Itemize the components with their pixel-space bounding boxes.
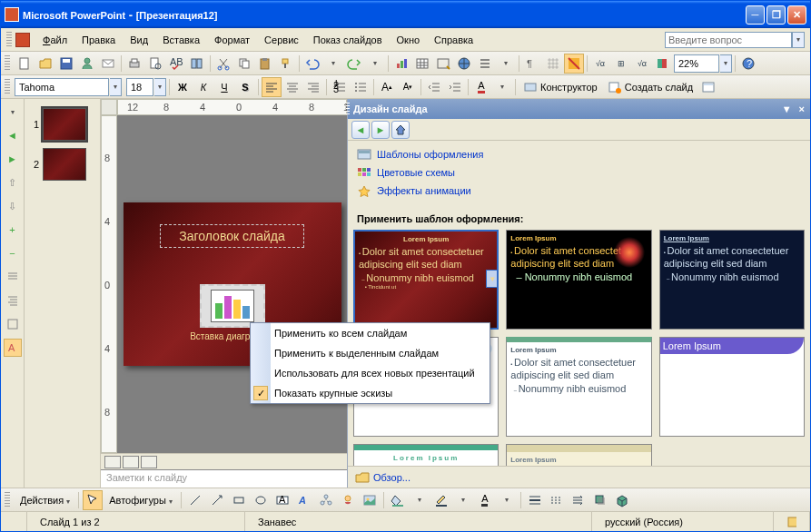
task-pane-close-button[interactable]: × <box>799 103 805 114</box>
redo-dropdown[interactable] <box>365 54 385 74</box>
rail-collapse-icon[interactable] <box>4 268 22 286</box>
wordart-icon[interactable]: A <box>294 490 314 510</box>
notes-input[interactable]: Заметки к слайду <box>101 469 347 488</box>
size-combo[interactable]: 18 <box>126 78 153 96</box>
insert-table-icon[interactable] <box>412 54 432 74</box>
link-color-schemes[interactable]: Цветовые схемы <box>357 166 801 179</box>
template-green-caps[interactable]: Lorem Ipsum <box>353 444 499 466</box>
status-language[interactable]: русский (Россия) <box>592 512 774 531</box>
help-icon[interactable]: ? <box>738 54 758 74</box>
task-forward-button[interactable]: ► <box>371 121 390 139</box>
undo-dropdown[interactable] <box>323 54 343 74</box>
ctx-apply-all[interactable]: Применить ко всем слайдам <box>251 323 490 343</box>
maximize-button[interactable]: ❐ <box>766 5 786 25</box>
format-painter-icon[interactable] <box>276 54 296 74</box>
picture-icon[interactable] <box>360 490 380 510</box>
shadow-icon[interactable]: S <box>235 77 255 97</box>
clipart-icon[interactable] <box>338 490 358 510</box>
rail-arrow-right-icon[interactable]: ► <box>4 150 22 168</box>
arrow-icon[interactable] <box>207 490 227 510</box>
align-left-icon[interactable] <box>262 77 282 97</box>
equation3-icon[interactable]: √α <box>632 54 652 74</box>
font-combo[interactable]: Tahoma <box>15 78 109 96</box>
increase-indent-icon[interactable] <box>445 77 465 97</box>
rail-expand2-icon[interactable] <box>4 291 22 310</box>
help-search-dropdown[interactable] <box>792 32 805 48</box>
equation1-icon[interactable]: √α <box>590 54 610 74</box>
color-icon[interactable] <box>564 54 584 74</box>
bullets-icon[interactable] <box>351 77 371 97</box>
rail-arrow-left-icon[interactable]: ◄ <box>4 126 22 144</box>
task-back-button[interactable]: ◄ <box>351 121 370 139</box>
redo-icon[interactable] <box>344 54 364 74</box>
menu-slideshow[interactable]: Показ слайдов <box>306 32 390 48</box>
italic-icon[interactable]: К <box>193 77 213 97</box>
cut-icon[interactable] <box>213 54 233 74</box>
line-icon[interactable] <box>185 490 205 510</box>
font-color-dropdown[interactable] <box>492 77 512 97</box>
status-spell-icon[interactable] <box>774 512 810 531</box>
template-beige[interactable]: Lorem Ipsum <box>506 444 651 466</box>
zoom-dropdown[interactable] <box>720 54 732 73</box>
rail-move-down-icon[interactable]: ⇩ <box>4 197 22 215</box>
menu-insert[interactable]: Вставка <box>155 32 207 48</box>
rail-expand-icon[interactable] <box>4 103 22 121</box>
link-animation-effects[interactable]: Эффекты анимации <box>357 184 801 197</box>
rail-formatting-icon[interactable]: A <box>4 339 22 357</box>
ctx-large-thumbs[interactable]: ✓Показать крупные эскизы <box>251 383 490 403</box>
ctx-apply-selected[interactable]: Применить к выделенным слайдам <box>251 343 490 363</box>
spellcheck-icon[interactable]: ABC <box>166 54 186 74</box>
permission-icon[interactable] <box>77 54 97 74</box>
email-icon[interactable] <box>98 54 118 74</box>
rail-summary-icon[interactable] <box>4 315 22 333</box>
decrease-indent-icon[interactable] <box>424 77 444 97</box>
template-curtain[interactable]: Lorem Ipsum • Dolor sit amet consectetue… <box>353 230 499 330</box>
rail-plus-icon[interactable]: + <box>4 221 22 239</box>
normal-view-button[interactable] <box>104 456 121 468</box>
expand-all-icon[interactable] <box>475 54 495 74</box>
open-icon[interactable] <box>35 54 55 74</box>
autoshapes-menu[interactable]: Автофигуры <box>104 490 177 510</box>
paste-icon[interactable] <box>255 54 275 74</box>
link-design-templates[interactable]: Шаблоны оформления <box>357 148 801 161</box>
font-color2-dropdown[interactable] <box>497 490 517 510</box>
horizontal-ruler[interactable]: 12 8 4 0 4 8 12 <box>117 99 347 115</box>
arrow-style-icon[interactable] <box>569 490 588 510</box>
thumbnail-slide-2[interactable]: 2 <box>28 148 96 181</box>
template-fireworks[interactable]: Lorem Ipsum • Dolor sit amet consectetue… <box>506 230 651 330</box>
show-formatting-icon[interactable]: ¶ <box>522 54 542 74</box>
oval-icon[interactable] <box>251 490 271 510</box>
bold-icon[interactable]: Ж <box>173 77 193 97</box>
toolbar-grip[interactable] <box>5 79 10 95</box>
template-purple-header[interactable]: Lorem Ipsum <box>659 337 805 437</box>
numbering-icon[interactable]: 123 <box>330 77 350 97</box>
diagram-icon[interactable] <box>316 490 336 510</box>
size-dropdown[interactable] <box>154 78 166 96</box>
menu-view[interactable]: Вид <box>123 32 155 48</box>
browse-link[interactable]: Обзор... <box>373 472 410 483</box>
expand-dropdown[interactable] <box>496 54 516 74</box>
save-icon[interactable] <box>56 54 76 74</box>
3d-style-icon[interactable] <box>612 490 632 510</box>
rail-minus-icon[interactable]: − <box>4 244 22 262</box>
template-dark-blue[interactable]: Lorem Ipsum • Dolor sit amet consectetue… <box>659 230 805 330</box>
ctx-use-new[interactable]: Использовать для всех новых презентаций <box>251 363 490 383</box>
toolbar-grip[interactable] <box>6 32 12 48</box>
line-color-dropdown[interactable] <box>453 490 473 510</box>
zoom-combo[interactable]: 22% <box>674 54 719 73</box>
insert-chart-icon[interactable] <box>391 54 411 74</box>
dash-style-icon[interactable] <box>547 490 567 510</box>
align-center-icon[interactable] <box>282 77 302 97</box>
template-dropdown-arrow[interactable]: ▼ <box>486 270 499 288</box>
increase-font-icon[interactable]: A▴ <box>377 77 397 97</box>
menu-help[interactable]: Справка <box>427 32 480 48</box>
tables-borders-icon[interactable] <box>433 54 453 74</box>
help-search-input[interactable] <box>665 32 792 48</box>
insert-hyperlink-icon[interactable] <box>454 54 474 74</box>
flag-icon[interactable] <box>653 54 673 74</box>
fill-color-dropdown[interactable] <box>410 490 430 510</box>
vertical-ruler[interactable]: 8 4 0 4 8 <box>101 115 117 453</box>
slide-title-placeholder[interactable]: Заголовок слайда <box>160 224 303 248</box>
print-icon[interactable] <box>124 54 144 74</box>
grid-icon[interactable] <box>543 54 563 74</box>
